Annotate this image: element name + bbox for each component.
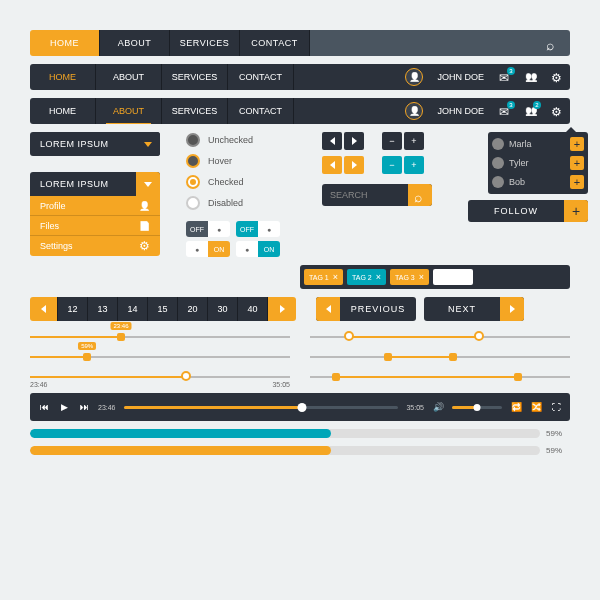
mail-icon[interactable]: 3 [492, 64, 518, 90]
plus-icon: + [564, 200, 588, 222]
nav2-services[interactable]: Services [162, 64, 228, 90]
users-icon[interactable] [518, 64, 544, 90]
slider-a[interactable]: 23:46 [30, 331, 290, 343]
tag-3[interactable]: Tag 3× [390, 269, 429, 285]
close-icon: × [376, 272, 381, 282]
nav2-home[interactable]: Home [30, 64, 96, 90]
avatar[interactable] [399, 98, 429, 124]
avatar[interactable] [399, 64, 429, 90]
volume-icon[interactable]: 🔊 [432, 402, 444, 412]
minus-button[interactable]: − [382, 132, 402, 150]
slider-range-c[interactable] [310, 371, 570, 383]
add-button[interactable]: + [570, 137, 584, 151]
minus-button[interactable]: − [382, 156, 402, 174]
play-icon[interactable]: ▶ [58, 402, 70, 412]
nav2-about[interactable]: About [96, 64, 162, 90]
page-20[interactable]: 20 [178, 297, 208, 321]
page-13[interactable]: 13 [88, 297, 118, 321]
popup-user-marla[interactable]: Marla+ [492, 136, 584, 152]
search-input[interactable]: Search [322, 184, 408, 206]
toggle-off-dark[interactable]: OFF● [186, 221, 230, 237]
navbar-1: Home About Services Contact [30, 30, 570, 56]
prev-button[interactable] [322, 132, 342, 150]
search-icon[interactable] [534, 30, 570, 56]
user-name[interactable]: John Doe [429, 64, 492, 90]
popup-user-bob[interactable]: Bob+ [492, 174, 584, 190]
nav3-services[interactable]: Services [162, 98, 228, 124]
users-icon[interactable]: 2 [518, 98, 544, 124]
nav1-contact[interactable]: Contact [240, 30, 310, 56]
mail-icon[interactable]: 3 [492, 98, 518, 124]
prev-button[interactable] [322, 156, 342, 174]
close-icon: × [333, 272, 338, 282]
next-button[interactable]: Next [424, 297, 524, 321]
toggle-on-teal[interactable]: ●ON [236, 241, 280, 257]
menu-files[interactable]: Files [30, 216, 160, 236]
prev-button[interactable]: Previous [316, 297, 416, 321]
page-40[interactable]: 40 [238, 297, 268, 321]
gear-icon [139, 239, 150, 253]
toggle-off-teal[interactable]: OFF● [236, 221, 280, 237]
toggle-on-orange[interactable]: ●ON [186, 241, 230, 257]
page-15[interactable]: 15 [148, 297, 178, 321]
add-button[interactable]: + [570, 156, 584, 170]
shuffle-icon[interactable]: 🔀 [530, 402, 542, 412]
prev-track-icon[interactable]: ⏮ [38, 402, 50, 412]
user-name[interactable]: John Doe [429, 98, 492, 124]
progress-bar-orange [30, 446, 540, 455]
time-start: 23:46 [30, 381, 48, 388]
volume-slider[interactable] [452, 406, 502, 409]
avatar [492, 138, 504, 150]
slider-b[interactable]: 59% [30, 351, 290, 363]
plus-button[interactable]: + [404, 156, 424, 174]
radio-checked[interactable]: Checked [186, 174, 306, 190]
repeat-icon[interactable]: 🔁 [510, 402, 522, 412]
page-prev[interactable] [30, 297, 58, 321]
gear-icon[interactable] [544, 98, 570, 124]
radio-disabled: Disabled [186, 195, 306, 211]
follow-button[interactable]: Follow + [468, 200, 588, 222]
tag-input[interactable] [433, 269, 473, 285]
nav1-about[interactable]: About [100, 30, 170, 56]
dropdown-1[interactable]: Lorem Ipsum [30, 132, 160, 156]
page-next[interactable] [268, 297, 296, 321]
next-button[interactable] [344, 156, 364, 174]
next-button[interactable] [344, 132, 364, 150]
slider-c[interactable]: 23:46 35:05 [30, 371, 290, 383]
page-14[interactable]: 14 [118, 297, 148, 321]
next-track-icon[interactable]: ⏭ [78, 402, 90, 412]
page-12[interactable]: 12 [58, 297, 88, 321]
slider-range-b[interactable] [310, 351, 570, 363]
nav1-spacer [310, 30, 534, 56]
menu-settings[interactable]: Settings [30, 236, 160, 256]
dropdown-2[interactable]: Lorem Ipsum [30, 172, 160, 196]
media-player: ⏮ ▶ ⏭ 23:46 35:05 🔊 🔁 🔀 ⛶ [30, 393, 570, 421]
popup-user-tyler[interactable]: Tyler+ [492, 155, 584, 171]
nav3-about[interactable]: About [96, 98, 162, 124]
close-icon: × [419, 272, 424, 282]
nav1-services[interactable]: Services [170, 30, 240, 56]
tag-1[interactable]: Tag 1× [304, 269, 343, 285]
plus-button[interactable]: + [404, 132, 424, 150]
nav1-home[interactable]: Home [30, 30, 100, 56]
progress-label: 59% [546, 446, 570, 455]
nav3-contact[interactable]: Contact [228, 98, 294, 124]
radio-hover[interactable]: Hover [186, 153, 306, 169]
user-popup: Marla+ Tyler+ Bob+ [488, 132, 588, 194]
progress-bar-teal [30, 429, 540, 438]
search-button[interactable] [408, 184, 432, 206]
user-icon [139, 201, 150, 211]
slider-range-a[interactable] [310, 331, 570, 343]
page-30[interactable]: 30 [208, 297, 238, 321]
seek-bar[interactable] [124, 406, 399, 409]
gear-icon[interactable] [544, 64, 570, 90]
add-button[interactable]: + [570, 175, 584, 189]
fullscreen-icon[interactable]: ⛶ [550, 402, 562, 412]
search-box: Search [322, 184, 432, 206]
nav3-home[interactable]: Home [30, 98, 96, 124]
menu-profile[interactable]: Profile [30, 196, 160, 216]
tag-bar: Tag 1× Tag 2× Tag 3× [300, 265, 570, 289]
tag-2[interactable]: Tag 2× [347, 269, 386, 285]
radio-unchecked[interactable]: Unchecked [186, 132, 306, 148]
nav2-contact[interactable]: Contact [228, 64, 294, 90]
